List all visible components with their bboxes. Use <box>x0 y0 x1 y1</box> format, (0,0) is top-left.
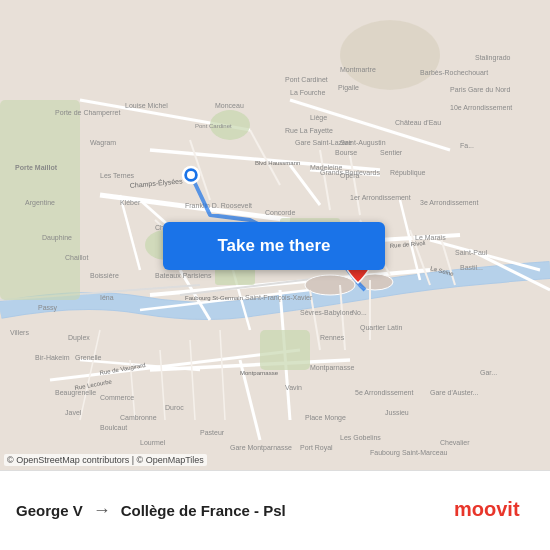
svg-text:Sentier: Sentier <box>380 149 403 156</box>
svg-text:10e Arrondissement: 10e Arrondissement <box>450 104 512 111</box>
svg-text:Chaillot: Chaillot <box>65 254 88 261</box>
destination-label: Collège de France - Psl <box>121 502 286 519</box>
svg-text:Beaugrenelle: Beaugrenelle <box>55 389 96 397</box>
svg-text:Boissière: Boissière <box>90 272 119 279</box>
svg-text:Jussieu: Jussieu <box>385 409 409 416</box>
svg-text:Chevalier: Chevalier <box>440 439 470 446</box>
moovit-branding: moovit <box>454 494 534 527</box>
svg-text:Kléber: Kléber <box>120 199 141 206</box>
svg-text:Montparnasse: Montparnasse <box>240 370 279 376</box>
svg-text:Gare d'Auster...: Gare d'Auster... <box>430 389 478 396</box>
svg-text:Montparnasse: Montparnasse <box>310 364 354 372</box>
svg-text:Monceau: Monceau <box>215 102 244 109</box>
svg-text:Château d'Eau: Château d'Eau <box>395 119 441 126</box>
svg-point-134 <box>187 171 195 179</box>
svg-text:Bir-Hakeim: Bir-Hakeim <box>35 354 70 361</box>
svg-text:Bateaux Parisiens: Bateaux Parisiens <box>155 272 212 279</box>
svg-text:Commerce: Commerce <box>100 394 134 401</box>
svg-point-32 <box>340 20 440 90</box>
svg-text:Cambronne: Cambronne <box>120 414 157 421</box>
svg-text:Louise Michel: Louise Michel <box>125 102 168 109</box>
svg-text:Paris Gare du Nord: Paris Gare du Nord <box>450 86 510 93</box>
svg-text:1er Arrondissement: 1er Arrondissement <box>350 194 411 201</box>
svg-text:Gare Montparnasse: Gare Montparnasse <box>230 444 292 452</box>
svg-text:Duroc: Duroc <box>165 404 184 411</box>
svg-text:Fa...: Fa... <box>460 142 474 149</box>
take-me-there-button[interactable]: Take me there <box>163 222 385 270</box>
svg-text:Bourse: Bourse <box>335 149 357 156</box>
svg-text:Faubourg St-Germain: Faubourg St-Germain <box>185 295 243 301</box>
svg-text:Argentine: Argentine <box>25 199 55 207</box>
map-container: Champs-Élysées Blvd Haussmann Rue de Riv… <box>0 0 550 470</box>
svg-text:Saint-Augustin: Saint-Augustin <box>340 139 386 147</box>
svg-text:Opéra: Opéra <box>340 172 360 180</box>
svg-point-24 <box>305 275 355 295</box>
svg-text:Porte Maillot: Porte Maillot <box>15 164 58 171</box>
svg-text:Saint-Paul: Saint-Paul <box>455 249 488 256</box>
bottom-bar: George V → Collège de France - Psl moovi… <box>0 470 550 550</box>
svg-text:Duplex: Duplex <box>68 334 90 342</box>
svg-text:Pigalle: Pigalle <box>338 84 359 92</box>
svg-text:République: République <box>390 169 426 177</box>
svg-text:Les Ternes: Les Ternes <box>100 172 135 179</box>
origin-label: George V <box>16 502 83 519</box>
svg-text:Faubourg Saint-Marceau: Faubourg Saint-Marceau <box>370 449 448 457</box>
svg-text:Pasteur: Pasteur <box>200 429 225 436</box>
svg-text:Iéna: Iéna <box>100 294 114 301</box>
svg-text:Stalingrado: Stalingrado <box>475 54 511 62</box>
map-attribution: © OpenStreetMap contributors | © OpenMap… <box>4 454 207 466</box>
svg-text:Javel: Javel <box>65 409 82 416</box>
svg-text:Barbès-Rochechouart: Barbès-Rochechouart <box>420 69 488 76</box>
svg-text:3e Arrondissement: 3e Arrondissement <box>420 199 478 206</box>
svg-text:Port Royal: Port Royal <box>300 444 333 452</box>
svg-text:Lourmel: Lourmel <box>140 439 166 446</box>
svg-text:Passy: Passy <box>38 304 58 312</box>
svg-text:Madeleine: Madeleine <box>310 164 342 171</box>
svg-text:Villers: Villers <box>10 329 29 336</box>
svg-text:Blvd Haussmann: Blvd Haussmann <box>255 160 300 166</box>
svg-text:Montmartre: Montmartre <box>340 66 376 73</box>
svg-text:Franklin D. Roosevelt: Franklin D. Roosevelt <box>185 202 252 209</box>
svg-text:Bastil...: Bastil... <box>460 264 483 271</box>
svg-text:Concorde: Concorde <box>265 209 295 216</box>
svg-text:Pont Cardinet: Pont Cardinet <box>195 123 232 129</box>
svg-text:Liège: Liège <box>310 114 327 122</box>
svg-text:Porte de Champerret: Porte de Champerret <box>55 109 120 117</box>
svg-text:Gar...: Gar... <box>480 369 497 376</box>
svg-text:La Fourche: La Fourche <box>290 89 326 96</box>
svg-text:Pont Cardinet: Pont Cardinet <box>285 76 328 83</box>
svg-text:Vavin: Vavin <box>285 384 302 391</box>
svg-text:Sèvres-Babylone: Sèvres-Babylone <box>300 309 353 317</box>
svg-rect-29 <box>260 330 310 370</box>
moovit-logo: moovit <box>454 494 534 527</box>
arrow-right-icon: → <box>93 500 111 521</box>
svg-text:moovit: moovit <box>454 498 520 520</box>
svg-text:5e Arrondissement: 5e Arrondissement <box>355 389 413 396</box>
svg-text:No...: No... <box>352 309 367 316</box>
svg-text:Quartier Latin: Quartier Latin <box>360 324 403 332</box>
svg-text:Saint-François-Xavier: Saint-François-Xavier <box>245 294 313 302</box>
svg-text:Dauphine: Dauphine <box>42 234 72 242</box>
cta-button-label: Take me there <box>217 236 330 256</box>
svg-text:Wagram: Wagram <box>90 139 116 147</box>
svg-text:Place Monge: Place Monge <box>305 414 346 422</box>
svg-text:Le Marais: Le Marais <box>415 234 446 241</box>
svg-text:Grenelle: Grenelle <box>75 354 102 361</box>
svg-text:Rennes: Rennes <box>320 334 345 341</box>
svg-text:Rue La Fayette: Rue La Fayette <box>285 127 333 135</box>
svg-text:Les Gobelins: Les Gobelins <box>340 434 381 441</box>
svg-text:Boulcaut: Boulcaut <box>100 424 127 431</box>
